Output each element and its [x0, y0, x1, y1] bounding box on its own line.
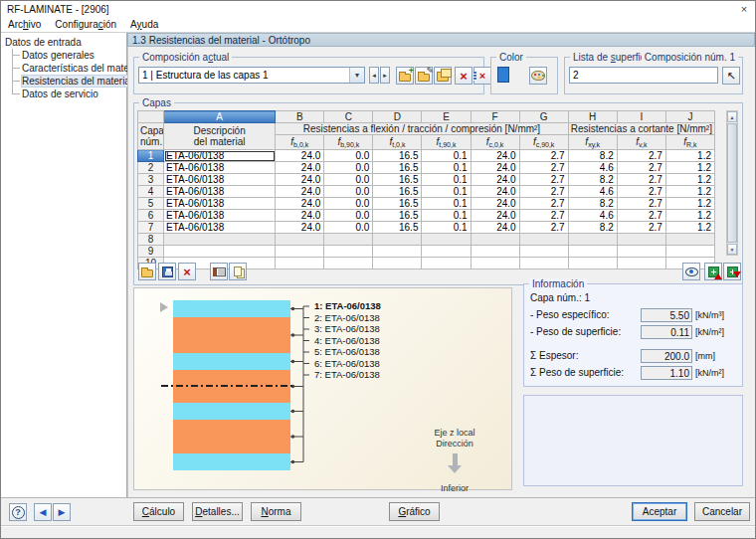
- chevron-down-icon[interactable]: ▾: [349, 68, 364, 83]
- cell-descripcion[interactable]: [164, 234, 276, 246]
- row-header-4[interactable]: 4: [138, 186, 164, 198]
- cell-value[interactable]: [324, 258, 373, 270]
- cell-value[interactable]: [519, 234, 568, 246]
- close-icon[interactable]: ×: [733, 1, 755, 17]
- sidebar-item-3[interactable]: Datos de servicio: [12, 88, 126, 100]
- delete-layers-button[interactable]: ×: [178, 263, 196, 280]
- jump-next-dialog-button[interactable]: ▶: [53, 503, 71, 521]
- cell-value[interactable]: 1.2: [665, 222, 714, 234]
- cell-value[interactable]: [422, 258, 471, 270]
- cell-value[interactable]: 24.0: [276, 174, 324, 186]
- cell-descripcion[interactable]: ETA-06/0138: [164, 210, 276, 222]
- cell-value[interactable]: 4.6: [568, 210, 617, 222]
- cell-value[interactable]: 2.7: [519, 174, 568, 186]
- cell-value[interactable]: 2.7: [617, 222, 665, 234]
- menu-ayuda[interactable]: Ayuda: [123, 17, 165, 32]
- cell-value[interactable]: [373, 234, 422, 246]
- column-letter-J[interactable]: J: [665, 111, 714, 123]
- cell-descripcion[interactable]: ETA-06/0138: [164, 186, 276, 198]
- delete-composicion-button[interactable]: ×: [455, 67, 472, 85]
- jump-prev-dialog-button[interactable]: ◀: [34, 503, 52, 521]
- cell-value[interactable]: 24.0: [471, 198, 519, 210]
- cell-value[interactable]: [373, 246, 422, 258]
- norma-button[interactable]: Norma: [251, 502, 301, 521]
- cell-value[interactable]: 24.0: [276, 222, 324, 234]
- superficies-input[interactable]: 2: [569, 67, 718, 84]
- column-letter-H[interactable]: H: [568, 111, 617, 123]
- cell-value[interactable]: 1.2: [665, 198, 714, 210]
- cell-value[interactable]: [471, 258, 519, 270]
- cell-value[interactable]: 16.5: [373, 174, 422, 186]
- cell-value[interactable]: [568, 234, 617, 246]
- cell-value[interactable]: [373, 258, 422, 270]
- copy-layers-button[interactable]: [229, 263, 247, 280]
- new-composicion-button[interactable]: [396, 67, 414, 85]
- grafico-button[interactable]: Gráfico: [389, 502, 440, 521]
- cell-value[interactable]: [276, 246, 324, 258]
- column-letter-B[interactable]: B: [276, 111, 324, 123]
- cell-value[interactable]: 16.5: [373, 150, 422, 162]
- row-header-9[interactable]: 9: [138, 246, 164, 258]
- cell-value[interactable]: 1.2: [665, 210, 714, 222]
- delete-all-composicion-button[interactable]: ×: [473, 67, 491, 85]
- cell-value[interactable]: 1.2: [665, 162, 714, 174]
- cell-value[interactable]: 8.2: [568, 150, 617, 162]
- cell-value[interactable]: 8.2: [568, 174, 617, 186]
- excel-import-button[interactable]: [704, 263, 722, 280]
- cell-value[interactable]: 2.7: [617, 210, 665, 222]
- cell-value[interactable]: [665, 234, 714, 246]
- cell-value[interactable]: 0.0: [324, 222, 373, 234]
- table-scrollbar[interactable]: ▲ ▼: [726, 110, 738, 256]
- cell-value[interactable]: [617, 246, 665, 258]
- row-header-7[interactable]: 7: [138, 222, 164, 234]
- row-header-1[interactable]: 1: [138, 150, 164, 162]
- cell-value[interactable]: 2.7: [519, 186, 568, 198]
- cell-value[interactable]: [617, 258, 665, 270]
- prev-composicion-button[interactable]: ◂: [369, 67, 379, 84]
- row-header-3[interactable]: 3: [138, 174, 164, 186]
- cell-value[interactable]: 1.2: [665, 186, 714, 198]
- cell-descripcion[interactable]: ETA-06/0138: [164, 150, 276, 162]
- sidebar-item-0[interactable]: Datos generales: [12, 49, 126, 62]
- material-library-button[interactable]: [210, 263, 228, 280]
- color-picker-button[interactable]: [529, 67, 547, 85]
- cell-value[interactable]: [471, 246, 519, 258]
- cell-value[interactable]: 2.7: [519, 162, 568, 174]
- cell-descripcion[interactable]: [164, 246, 276, 258]
- row-header-6[interactable]: 6: [138, 210, 164, 222]
- cell-value[interactable]: 24.0: [471, 174, 519, 186]
- cell-value[interactable]: 2.7: [617, 162, 665, 174]
- cell-value[interactable]: 2.7: [617, 186, 665, 198]
- scroll-up-icon[interactable]: ▲: [727, 111, 737, 122]
- cell-value[interactable]: 2.7: [617, 150, 665, 162]
- cell-value[interactable]: 24.0: [471, 162, 519, 174]
- cell-value[interactable]: 8.2: [568, 198, 617, 210]
- cell-value[interactable]: 0.0: [324, 198, 373, 210]
- cell-value[interactable]: [422, 246, 471, 258]
- cell-value[interactable]: 16.5: [373, 210, 422, 222]
- menu-archivo[interactable]: Archivo: [1, 17, 48, 32]
- cell-value[interactable]: [276, 258, 324, 270]
- next-composicion-button[interactable]: ▸: [380, 67, 390, 84]
- cell-value[interactable]: 24.0: [276, 210, 324, 222]
- row-header-5[interactable]: 5: [138, 198, 164, 210]
- cell-value[interactable]: 0.1: [422, 150, 471, 162]
- cell-value[interactable]: [422, 234, 471, 246]
- cell-value[interactable]: 2.7: [519, 210, 568, 222]
- column-letter-D[interactable]: D: [373, 111, 422, 123]
- help-button[interactable]: ?: [9, 503, 27, 521]
- tree-root-datos-de-entrada[interactable]: Datos de entrada: [5, 36, 126, 49]
- cell-value[interactable]: 2.7: [519, 222, 568, 234]
- calculo-button[interactable]: Cálculo: [133, 502, 184, 521]
- cell-value[interactable]: [324, 234, 373, 246]
- scrollbar-thumb[interactable]: [727, 123, 737, 243]
- cell-value[interactable]: 0.1: [422, 210, 471, 222]
- cell-value[interactable]: [471, 234, 519, 246]
- cell-value[interactable]: [519, 246, 568, 258]
- row-header-2[interactable]: 2: [138, 162, 164, 174]
- cell-value[interactable]: [519, 258, 568, 270]
- cell-value[interactable]: [665, 246, 714, 258]
- column-letter-G[interactable]: G: [519, 111, 568, 123]
- menu-configuracion[interactable]: Configuración: [48, 17, 123, 32]
- cell-value[interactable]: 16.5: [373, 162, 422, 174]
